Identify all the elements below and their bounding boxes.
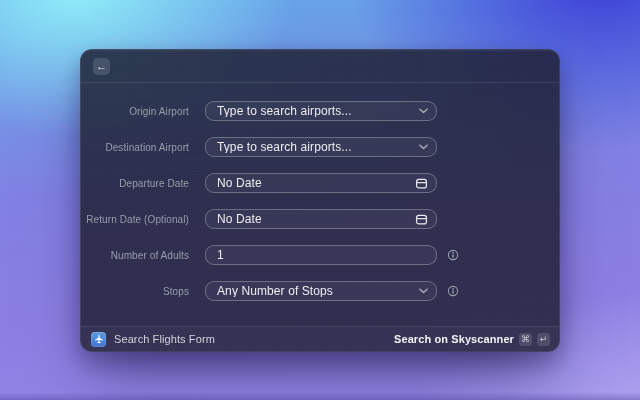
field-label: Destination Airport <box>81 142 189 153</box>
field-input[interactable]: Any Number of Stops <box>205 281 437 301</box>
form-row: Number of Adults 1 <box>81 245 559 265</box>
chevron-down-icon <box>419 288 428 294</box>
field-label: Departure Date <box>81 178 189 189</box>
enter-key-icon: ↵ <box>537 333 550 346</box>
field-label: Origin Airport <box>81 106 189 117</box>
airplane-icon <box>94 334 104 344</box>
field-value: Any Number of Stops <box>217 285 413 297</box>
field-value: No Date <box>217 213 409 225</box>
search-flights-window: ← Origin Airport Type to search airports… <box>80 49 560 352</box>
form-row: Departure Date No Date <box>81 173 559 193</box>
field-input[interactable]: Type to search airports... <box>205 101 437 121</box>
calendar-icon <box>415 213 428 226</box>
field-input[interactable]: No Date <box>205 209 437 229</box>
extension-icon <box>91 332 106 347</box>
desktop-wallpaper: ← Origin Airport Type to search airports… <box>0 0 640 400</box>
field-input[interactable]: No Date <box>205 173 437 193</box>
action-label: Search on Skyscanner <box>394 333 514 345</box>
form-row: Return Date (Optional) No Date <box>81 209 559 229</box>
form-row: Origin Airport Type to search airports..… <box>81 101 559 121</box>
field-value: Type to search airports... <box>217 141 413 153</box>
chevron-down-icon <box>419 108 428 114</box>
field-input[interactable]: Type to search airports... <box>205 137 437 157</box>
back-button[interactable]: ← <box>93 58 110 75</box>
form-row: Stops Any Number of Stops <box>81 281 559 301</box>
field-label: Stops <box>81 286 189 297</box>
footer-title: Search Flights Form <box>114 333 215 345</box>
cmd-key-icon: ⌘ <box>519 333 532 346</box>
field-value: No Date <box>217 177 409 189</box>
window-footer: Search Flights Form Search on Skyscanner… <box>81 326 559 351</box>
field-value: 1 <box>217 249 428 261</box>
back-arrow-icon: ← <box>96 61 107 72</box>
info-icon[interactable] <box>447 285 459 297</box>
flight-search-form: Origin Airport Type to search airports..… <box>81 84 559 301</box>
field-label: Return Date (Optional) <box>81 214 189 225</box>
chevron-down-icon <box>419 144 428 150</box>
field-label: Number of Adults <box>81 250 189 261</box>
info-icon[interactable] <box>447 249 459 261</box>
field-value: Type to search airports... <box>217 105 413 117</box>
window-header: ← <box>81 50 559 83</box>
calendar-icon <box>415 177 428 190</box>
form-row: Destination Airport Type to search airpo… <box>81 137 559 157</box>
search-on-skyscanner-button[interactable]: Search on Skyscanner ⌘ ↵ <box>394 333 550 346</box>
field-input[interactable]: 1 <box>205 245 437 265</box>
